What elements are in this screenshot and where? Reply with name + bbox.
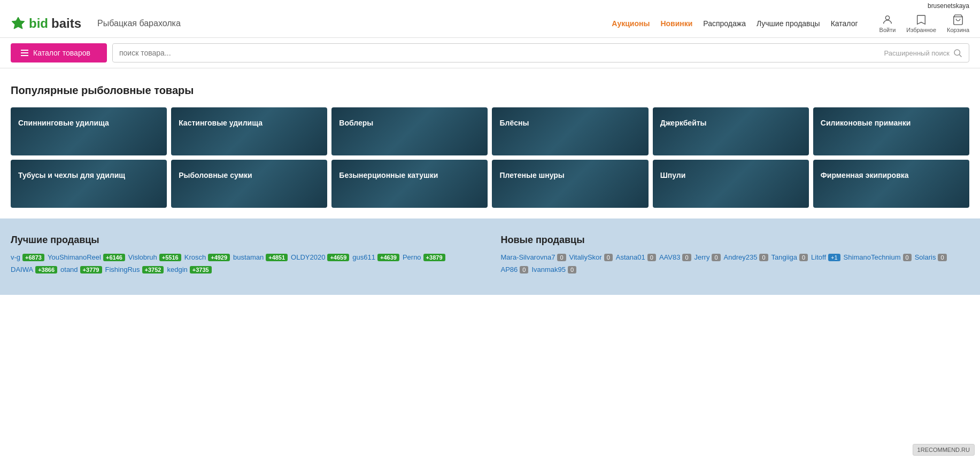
seller-badge: 0 (604, 254, 613, 261)
seller-name[interactable]: Tangiiga (771, 253, 797, 261)
best-sellers-block: Лучшие продавцы v-g+6873YouShimanoReel+6… (11, 235, 480, 274)
category-card-4[interactable]: Джеркбейты (653, 107, 809, 155)
seller-name[interactable]: Jerry (695, 253, 710, 261)
category-card-11[interactable]: Фирменная экипировка (813, 160, 969, 208)
seller-badge: 0 (682, 254, 691, 261)
seller-name[interactable]: AP86 (501, 265, 518, 274)
seller-name[interactable]: DAIWA (11, 265, 33, 274)
seller-name[interactable]: kedgin (167, 265, 187, 274)
seller-name[interactable]: VitaliySkor (569, 253, 602, 261)
category-card-10[interactable]: Шпули (653, 160, 809, 208)
category-card-6[interactable]: Тубусы и чехлы для удилищ (11, 160, 167, 208)
seller-name[interactable]: gus611 (352, 253, 375, 261)
seller-name[interactable]: Litoff (811, 253, 826, 261)
cart-button[interactable]: Корзина (947, 14, 969, 33)
nav-best-sellers[interactable]: Лучшие продавцы (757, 19, 820, 28)
seller-name[interactable]: YouShimanoReel (48, 253, 101, 261)
seller-badge: +4851 (266, 254, 288, 261)
seller-badge: +6146 (103, 254, 125, 261)
catalog-button[interactable]: Каталог товаров (11, 43, 107, 62)
seller-name[interactable]: otand (60, 265, 78, 274)
seller-badge: 0 (647, 254, 656, 261)
svg-point-1 (885, 16, 889, 20)
best-sellers-list: v-g+6873YouShimanoReel+6146Vislobruh+551… (11, 253, 480, 274)
list-item: Andrey2350 (724, 253, 768, 261)
category-card-1[interactable]: Кастинговые удилища (171, 107, 327, 155)
seller-name[interactable]: Astana01 (616, 253, 645, 261)
svg-marker-0 (12, 17, 25, 29)
nav-sale[interactable]: Распродажа (703, 19, 746, 28)
seller-badge: 0 (557, 254, 566, 261)
list-item: kedgin+3735 (167, 265, 211, 274)
seller-name[interactable]: AAV83 (659, 253, 681, 261)
seller-name[interactable]: Vislobruh (128, 253, 157, 261)
list-item: Krosch+4929 (184, 253, 230, 261)
list-item: Litoff+1 (811, 253, 840, 261)
seller-name[interactable]: Perno (403, 253, 421, 261)
seller-name[interactable]: Ivanmak95 (531, 265, 566, 274)
category-card-5[interactable]: Силиконовые приманки (813, 107, 969, 155)
seller-name[interactable]: bustaman (233, 253, 264, 261)
list-item: Solaris0 (915, 253, 947, 261)
list-item: VitaliySkor0 (569, 253, 613, 261)
favorites-button[interactable]: Избранное (906, 14, 936, 33)
seller-name[interactable]: OLDY2020 (291, 253, 325, 261)
sellers-grid: Лучшие продавцы v-g+6873YouShimanoReel+6… (11, 235, 969, 274)
catalog-icon (20, 49, 29, 57)
category-card-3[interactable]: Блёсны (492, 107, 648, 155)
list-item: Astana010 (616, 253, 656, 261)
seller-badge: +4659 (327, 254, 349, 261)
favorites-label: Избранное (906, 27, 936, 33)
seller-badge: 0 (903, 254, 912, 261)
nav-auctions[interactable]: Аукционы (612, 19, 650, 28)
logo[interactable]: bidbaits (11, 16, 81, 31)
category-card-0[interactable]: Спиннинговые удилища (11, 107, 167, 155)
list-item: Ivanmak950 (531, 265, 576, 274)
list-item: otand+3779 (60, 265, 102, 274)
seller-name[interactable]: ShimanoTechnium (844, 253, 901, 261)
search-icon (953, 48, 962, 58)
seller-badge: +4639 (377, 254, 399, 261)
seller-name[interactable]: Solaris (915, 253, 936, 261)
category-card-8[interactable]: Безынерционные катушки (331, 160, 488, 208)
list-item: Jerry0 (695, 253, 721, 261)
seller-name[interactable]: Krosch (184, 253, 206, 261)
username-display: brusenetskaya (928, 2, 969, 10)
list-item: Perno+3879 (403, 253, 445, 261)
list-item: bustaman+4851 (233, 253, 288, 261)
new-sellers-list: Mara-Silvarovna70VitaliySkor0Astana010AA… (501, 253, 970, 274)
svg-point-6 (954, 50, 960, 56)
list-item: DAIWA+3866 (11, 265, 57, 274)
seller-name[interactable]: Andrey235 (724, 253, 758, 261)
list-item: Mara-Silvarovna70 (501, 253, 566, 261)
list-item: YouShimanoReel+6146 (48, 253, 125, 261)
category-card-2[interactable]: Воблеры (331, 107, 488, 155)
seller-badge: 0 (938, 254, 946, 261)
seller-name[interactable]: Mara-Silvarovna7 (501, 253, 555, 261)
login-label: Войти (879, 27, 896, 33)
login-button[interactable]: Войти (879, 14, 896, 33)
category-card-9[interactable]: Плетеные шнуры (492, 160, 648, 208)
list-item: FishingRus+3752 (105, 265, 164, 274)
seller-badge: +3752 (142, 266, 164, 274)
svg-line-7 (959, 54, 961, 57)
search-input[interactable] (113, 44, 878, 61)
bookmark-icon (915, 14, 927, 26)
new-sellers-block: Новые продавцы Mara-Silvarovna70VitaliyS… (501, 235, 970, 274)
logo-baits: baits (51, 16, 81, 31)
seller-badge: +3866 (35, 266, 57, 274)
nav-catalog[interactable]: Каталог (831, 19, 858, 28)
nav-new[interactable]: Новинки (660, 19, 692, 28)
category-card-7[interactable]: Рыболовные сумки (171, 160, 327, 208)
seller-name[interactable]: FishingRus (105, 265, 140, 274)
list-item: gus611+4639 (352, 253, 399, 261)
seller-badge: +1 (828, 254, 840, 261)
bottom-section: Лучшие продавцы v-g+6873YouShimanoReel+6… (0, 218, 980, 295)
advanced-search-button[interactable]: Расширенный поиск (878, 44, 969, 62)
cart-label: Корзина (947, 27, 969, 33)
seller-badge: 0 (799, 254, 808, 261)
seller-name[interactable]: v-g (11, 253, 20, 261)
main-content: Популярные рыболовные товары Спиннинговы… (0, 68, 980, 208)
list-item: Tangiiga0 (771, 253, 808, 261)
seller-badge: +3879 (423, 254, 445, 261)
